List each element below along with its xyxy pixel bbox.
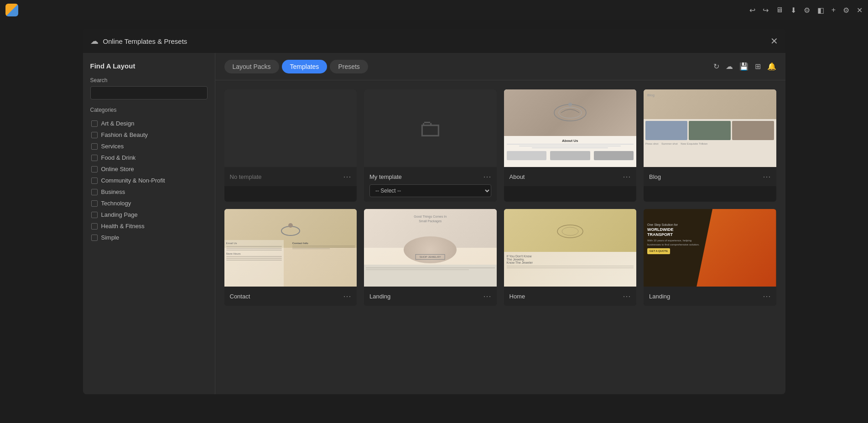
template-card-blog[interactable]: Blog Press shot Summer shot New Exquisit…	[644, 89, 776, 202]
category-item[interactable]: Business	[90, 186, 208, 198]
contact-email-label: Email Us	[226, 242, 282, 245]
landing1-line-1	[366, 267, 495, 268]
blog-menu-icon[interactable]: ⋯	[763, 172, 771, 182]
template-card-about[interactable]: About Us	[504, 89, 637, 202]
services-checkbox[interactable]	[91, 143, 98, 150]
art-design-checkbox[interactable]	[91, 120, 98, 127]
notification-icon[interactable]: 🔔	[767, 62, 776, 71]
landing-page-checkbox[interactable]	[91, 212, 98, 218]
transport-text-area: One Step Solution for WORLDWIDETRANSPORT…	[647, 223, 699, 254]
contact-form-line-5	[226, 258, 282, 259]
card-preview-home: If You Don't KnowThe Jewelry,Know The Je…	[504, 209, 637, 287]
category-item[interactable]: Community & Non-Profit	[90, 175, 208, 186]
blog-images-area: Press shot Summer shot New Exquisite Tri…	[644, 119, 776, 167]
landing2-menu-icon[interactable]: ⋯	[763, 291, 771, 301]
save-icon[interactable]: 💾	[739, 62, 748, 71]
food-drink-label: Food & Drink	[101, 154, 136, 161]
tab-layout-packs[interactable]: Layout Packs	[224, 60, 279, 73]
undo-icon[interactable]: ↩	[749, 6, 755, 15]
topbar-right: ↩ ↪ 🖥 ⬇ ⚙ ◧ + ⚙ ✕	[749, 6, 863, 15]
home-menu-icon[interactable]: ⋯	[623, 291, 631, 301]
cloud-icon[interactable]: ☁	[726, 62, 733, 71]
settings-icon[interactable]: ⚙	[804, 6, 810, 15]
food-drink-checkbox[interactable]	[91, 155, 98, 161]
category-item[interactable]: Fashion & Beauty	[90, 129, 208, 141]
layers-icon[interactable]: ◧	[817, 6, 824, 15]
blog-top-label: Blog	[647, 93, 655, 97]
card-footer-my-template: My template ⋯ -- Select --	[364, 167, 497, 202]
about-line-2	[519, 146, 621, 146]
add-icon[interactable]: +	[832, 6, 836, 14]
redo-icon[interactable]: ↪	[763, 6, 769, 15]
my-template-menu-icon[interactable]: ⋯	[483, 172, 491, 182]
no-template-label: No template	[230, 173, 262, 180]
template-card-no-template[interactable]: No template ⋯	[224, 89, 357, 202]
contact-label: Contact	[230, 293, 250, 300]
transport-intro: One Step Solution for	[647, 223, 699, 227]
category-item[interactable]: Online Store	[90, 163, 208, 175]
about-menu-icon[interactable]: ⋯	[623, 172, 631, 182]
template-card-home[interactable]: If You Don't KnowThe Jewelry,Know The Je…	[504, 209, 637, 306]
category-item[interactable]: Technology	[90, 198, 208, 209]
download-icon[interactable]: ⬇	[790, 6, 796, 15]
card-footer-landing2: Landing ⋯	[644, 287, 776, 306]
display-icon[interactable]: 🖥	[776, 6, 783, 14]
transport-truck-img	[696, 209, 776, 287]
toolbar-icons: ↻ ☁ 💾 ⊞ 🔔	[713, 62, 776, 71]
contact-ring-svg	[277, 217, 304, 240]
landing1-label: Landing	[369, 293, 390, 300]
app-logo	[5, 4, 18, 16]
tab-presets[interactable]: Presets	[330, 60, 368, 73]
business-checkbox[interactable]	[91, 189, 98, 195]
card-preview-folder: 🗀	[364, 89, 497, 167]
modal-header: ☁ Online Templates & Presets ✕	[83, 29, 785, 53]
landing1-menu-icon[interactable]: ⋯	[483, 291, 491, 301]
contact-form-line-6	[226, 260, 282, 261]
template-card-landing2[interactable]: One Step Solution for WORLDWIDETRANSPORT…	[644, 209, 776, 306]
blog-sub-labels: Press shot Summer shot New Exquisite Tri…	[645, 141, 774, 165]
gear-icon[interactable]: ⚙	[843, 6, 849, 15]
search-input[interactable]	[90, 86, 208, 99]
template-card-my-template[interactable]: 🗀 My template ⋯ -- Select --	[364, 89, 497, 202]
simple-checkbox[interactable]	[91, 235, 98, 241]
close-topbar-icon[interactable]: ✕	[857, 6, 863, 15]
modal: ☁ Online Templates & Presets ✕ Find A La…	[83, 29, 785, 394]
about-jewelry-img	[504, 89, 637, 136]
community-nonprofit-checkbox[interactable]	[91, 178, 98, 184]
fashion-beauty-checkbox[interactable]	[91, 132, 98, 138]
svg-point-4	[288, 223, 293, 228]
health-fitness-label: Health & Fitness	[101, 223, 145, 230]
contact-menu-icon[interactable]: ⋯	[343, 291, 351, 301]
fashion-beauty-label: Fashion & Beauty	[101, 131, 148, 138]
grid-view-icon[interactable]: ⊞	[755, 62, 761, 71]
blog-label: Blog	[649, 173, 661, 180]
technology-checkbox[interactable]	[91, 200, 98, 207]
template-card-contact[interactable]: Email Us Store Hours	[224, 209, 357, 306]
sidebar: Find A Layout Search Categories Art & De…	[83, 53, 215, 394]
refresh-icon[interactable]: ↻	[713, 62, 719, 71]
card-preview-blog: Blog Press shot Summer shot New Exquisit…	[644, 89, 776, 167]
online-store-checkbox[interactable]	[91, 166, 98, 172]
contact-form-line-4	[226, 256, 282, 257]
contact-form-line-2	[226, 248, 282, 249]
category-item[interactable]: Art & Design	[90, 118, 208, 129]
blog-img-1	[645, 121, 687, 140]
category-item[interactable]: Simple	[90, 232, 208, 243]
health-fitness-checkbox[interactable]	[91, 223, 98, 230]
my-template-select[interactable]: -- Select --	[369, 184, 491, 197]
tab-group: Layout Packs Templates Presets	[224, 60, 368, 73]
category-item[interactable]: Health & Fitness	[90, 220, 208, 232]
modal-close-button[interactable]: ✕	[770, 36, 778, 47]
card-footer-home: Home ⋯	[504, 287, 637, 306]
template-card-landing1[interactable]: Good Things Comes InSmall Packages SHOP …	[364, 209, 497, 306]
my-template-label: My template	[369, 173, 402, 180]
card-preview-empty	[224, 89, 357, 167]
category-item[interactable]: Services	[90, 141, 208, 152]
card-preview-transport: One Step Solution for WORLDWIDETRANSPORT…	[644, 209, 776, 287]
home-line-1	[507, 266, 634, 266]
card-footer-blog: Blog ⋯	[644, 167, 776, 186]
category-item[interactable]: Food & Drink	[90, 152, 208, 163]
no-template-menu-icon[interactable]: ⋯	[343, 172, 351, 182]
category-item[interactable]: Landing Page	[90, 209, 208, 220]
tab-templates[interactable]: Templates	[282, 60, 327, 73]
